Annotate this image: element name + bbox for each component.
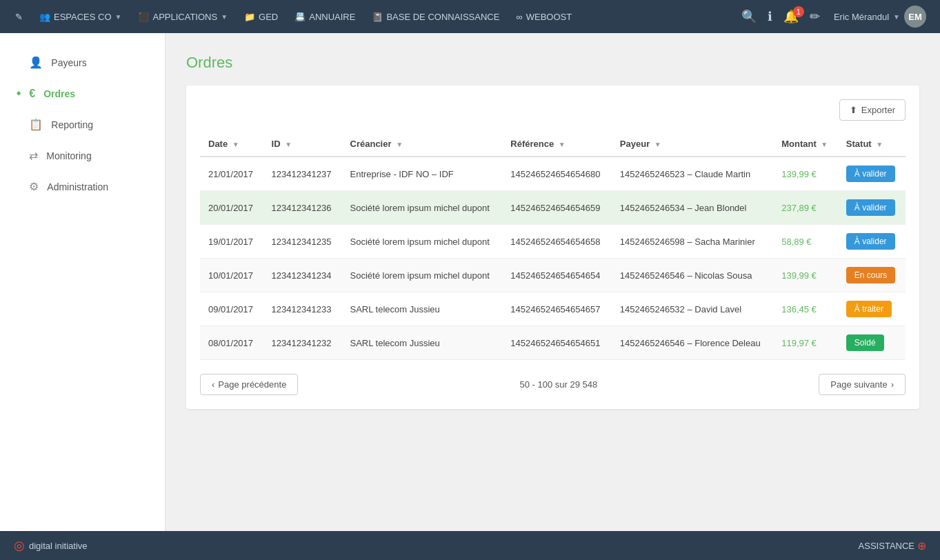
- sidebar-bullet-ordres: •: [17, 86, 21, 101]
- edit-icon: ✎: [15, 12, 23, 22]
- col-creancier[interactable]: Créancier ▼: [342, 132, 503, 157]
- cell-montant: 237,89 €: [773, 191, 838, 225]
- status-badge[interactable]: Soldé: [846, 334, 884, 351]
- base-icon: 📓: [372, 12, 383, 22]
- sidebar-label-monitoring: Monitoring: [46, 150, 91, 161]
- sidebar-item-payeurs[interactable]: • 👤 Payeurs: [0, 47, 165, 78]
- administration-icon: ⚙: [29, 180, 39, 193]
- cell-statut: À valider: [838, 191, 906, 225]
- cell-montant: 119,97 €: [773, 326, 838, 360]
- applications-icon: ⬛: [138, 12, 149, 22]
- sidebar-bullet-monitoring: •: [17, 148, 21, 163]
- edit-button[interactable]: ✎: [8, 8, 30, 26]
- annuaire-label: ANNUAIRE: [309, 12, 355, 22]
- ordres-icon: €: [29, 88, 35, 100]
- espaces-menu[interactable]: 👥 ESPACES CO ▼: [32, 8, 128, 26]
- table-row: 09/01/2017123412341233SARL telecom Jussi…: [200, 292, 906, 326]
- reporting-icon: 📋: [29, 118, 43, 131]
- sidebar-bullet-administration: •: [17, 179, 21, 194]
- annuaire-menu[interactable]: 📇 ANNUAIRE: [288, 8, 362, 26]
- prev-page-button[interactable]: ‹ Page précédente: [200, 374, 298, 395]
- user-menu[interactable]: Eric Mérandul ▼ EM: [828, 3, 932, 30]
- status-badge[interactable]: En cours: [846, 267, 895, 283]
- espaces-chevron-icon: ▼: [115, 13, 122, 21]
- sidebar-item-ordres[interactable]: • € Ordres: [0, 78, 165, 109]
- col-statut-label: Statut: [846, 139, 872, 149]
- table-row: 08/01/2017123412341232SARL telecom Jussi…: [200, 326, 906, 360]
- cell-payeur: 1452465246523 – Claude Martin: [612, 157, 773, 191]
- cell-id: 123412341236: [263, 191, 342, 225]
- col-id[interactable]: ID ▼: [263, 132, 342, 157]
- prev-label: Page précédente: [218, 379, 286, 390]
- cell-montant: 139,99 €: [773, 157, 838, 191]
- search-icon[interactable]: 🔍: [739, 6, 759, 27]
- footer: ◎ digital initiative ASSISTANCE ⊕: [0, 531, 940, 560]
- sidebar-item-monitoring[interactable]: • ⇄ Monitoring: [0, 140, 165, 171]
- col-reference-label: Référence: [510, 139, 554, 149]
- user-name: Eric Mérandul: [834, 12, 889, 22]
- montant-sort-icon: ▼: [821, 141, 828, 148]
- cell-reference: 145246524654654659: [502, 191, 612, 225]
- sidebar-item-reporting[interactable]: • 📋 Reporting: [0, 109, 165, 140]
- col-id-label: ID: [272, 139, 281, 149]
- cell-id: 123412341237: [263, 157, 342, 191]
- footer-brand-icon: ◎: [14, 538, 25, 553]
- col-date[interactable]: Date ▼: [200, 132, 263, 157]
- espaces-label: ESPACES CO: [54, 12, 112, 22]
- date-sort-icon: ▼: [232, 141, 239, 148]
- table-header: Date ▼ ID ▼ Créancier ▼: [200, 132, 906, 157]
- footer-assist-icon: ⊕: [917, 539, 926, 552]
- cell-statut: À traiter: [838, 292, 906, 326]
- cell-montant: 139,99 €: [773, 259, 838, 292]
- status-badge[interactable]: À valider: [846, 199, 895, 216]
- ged-menu[interactable]: 📁 GED: [237, 8, 285, 26]
- ged-label: GED: [259, 12, 278, 22]
- applications-chevron-icon: ▼: [221, 13, 228, 21]
- next-page-button[interactable]: Page suivante ›: [819, 374, 906, 395]
- footer-brand: ◎ digital initiative: [14, 538, 88, 553]
- weboost-menu[interactable]: ∞ WEBOOST: [509, 8, 579, 26]
- col-montant[interactable]: Montant ▼: [773, 132, 838, 157]
- page-title: Ordres: [186, 54, 919, 72]
- cell-id: 123412341235: [263, 225, 342, 259]
- cell-date: 21/01/2017: [200, 157, 263, 191]
- pen-icon[interactable]: ✏: [807, 6, 823, 27]
- sidebar-label-ordres: Ordres: [43, 88, 75, 99]
- reference-sort-icon: ▼: [559, 141, 566, 148]
- cell-payeur: 1452465246532 – David Lavel: [612, 292, 773, 326]
- status-badge[interactable]: À traiter: [846, 301, 892, 317]
- col-reference[interactable]: Référence ▼: [502, 132, 612, 157]
- col-payeur[interactable]: Payeur ▼: [612, 132, 773, 157]
- cell-date: 10/01/2017: [200, 259, 263, 292]
- status-badge[interactable]: À valider: [846, 233, 895, 250]
- col-date-label: Date: [208, 139, 228, 149]
- cell-id: 123412341234: [263, 259, 342, 292]
- cell-reference: 145246524654654654: [502, 259, 612, 292]
- footer-assist[interactable]: ASSISTANCE ⊕: [859, 539, 926, 552]
- cell-creancier: Société lorem ipsum michel dupont: [342, 225, 503, 259]
- sidebar-label-payeurs: Payeurs: [51, 57, 86, 68]
- export-button[interactable]: ⬆ Exporter: [839, 99, 906, 121]
- cell-montant: 136,45 €: [773, 292, 838, 326]
- col-payeur-label: Payeur: [620, 139, 650, 149]
- avatar: EM: [904, 6, 926, 28]
- sidebar: • 👤 Payeurs • € Ordres • 📋 Reporting • ⇄…: [0, 33, 166, 560]
- cell-reference: 145246524654654658: [502, 225, 612, 259]
- base-connaissance-menu[interactable]: 📓 BASE DE CONNAISSANCE: [365, 8, 506, 26]
- table-body: 21/01/2017123412341237Entreprise - IDF N…: [200, 157, 906, 360]
- monitoring-icon: ⇄: [29, 149, 38, 162]
- info-icon[interactable]: ℹ: [765, 6, 775, 27]
- sidebar-bullet-payeurs: •: [17, 55, 21, 70]
- annuaire-icon: 📇: [294, 12, 306, 22]
- notifications-button[interactable]: 🔔 1: [781, 9, 801, 24]
- sidebar-label-reporting: Reporting: [51, 119, 93, 130]
- cell-creancier: Société lorem ipsum michel dupont: [342, 259, 503, 292]
- status-badge[interactable]: À valider: [846, 166, 895, 182]
- sidebar-item-administration[interactable]: • ⚙ Administration: [0, 171, 165, 202]
- col-statut[interactable]: Statut ▼: [838, 132, 906, 157]
- applications-menu[interactable]: ⬛ APPLICATIONS ▼: [131, 8, 234, 26]
- cell-date: 20/01/2017: [200, 191, 263, 225]
- statut-sort-icon: ▼: [876, 141, 883, 148]
- cell-date: 08/01/2017: [200, 326, 263, 360]
- base-label: BASE DE CONNAISSANCE: [386, 12, 499, 22]
